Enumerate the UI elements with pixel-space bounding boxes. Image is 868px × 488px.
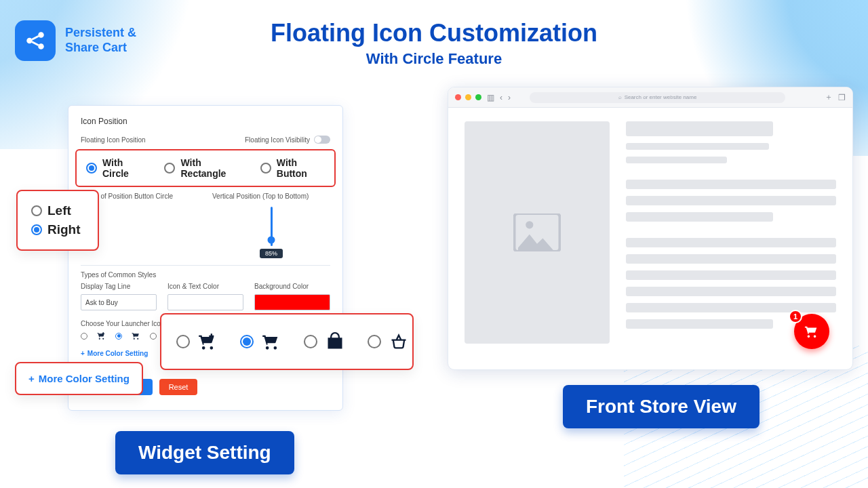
- launcher-radio-2[interactable]: [115, 333, 122, 340]
- share-icon: [24, 29, 47, 52]
- radio-right[interactable]: Right: [31, 222, 84, 237]
- icon-text-color-label: Icon & Text Color: [167, 283, 243, 290]
- cart-icon: [262, 332, 281, 351]
- radio-left[interactable]: Left: [31, 203, 84, 218]
- product-image-placeholder: [465, 121, 610, 344]
- sidebar-toggle-icon[interactable]: ▥: [487, 93, 494, 102]
- close-icon[interactable]: [455, 94, 461, 100]
- vertical-label: Vertical Position (Top to Bottom): [212, 192, 330, 200]
- vertical-slider[interactable]: 85%: [212, 204, 330, 258]
- nav-forward-icon[interactable]: ›: [508, 93, 511, 102]
- launcher-callout: [160, 313, 414, 370]
- radio-with-button[interactable]: With Button: [260, 157, 325, 179]
- shape-radio-group: With Circle With Rectangle With Button: [75, 149, 336, 187]
- tabs-icon[interactable]: ❐: [838, 93, 846, 102]
- radio-with-rectangle[interactable]: With Rectangle: [164, 157, 242, 179]
- address-bar[interactable]: ⌕ Search or enter website name: [530, 92, 785, 103]
- more-color-link[interactable]: + More Color Setting: [81, 350, 148, 357]
- brand-text: Persistent & Share Cart: [65, 26, 136, 55]
- position-callout: Left Right: [16, 190, 99, 251]
- svg-point-4: [526, 221, 533, 228]
- floating-cart-button[interactable]: 1: [794, 314, 829, 349]
- visibility-toggle[interactable]: [314, 136, 330, 144]
- bg-color-label: Background Color: [254, 283, 330, 290]
- brand: Persistent & Share Cart: [15, 20, 136, 61]
- svg-point-0: [26, 38, 33, 44]
- reset-button[interactable]: Reset: [159, 379, 198, 395]
- page-title: Floating Icon Customization With Circle …: [271, 19, 597, 68]
- content-placeholder: [626, 121, 836, 344]
- common-styles-label: Types of Common Styles: [81, 271, 330, 279]
- svg-point-2: [38, 43, 44, 49]
- minimize-icon[interactable]: [465, 94, 471, 100]
- cart-icon: [132, 331, 140, 340]
- new-tab-icon[interactable]: ＋: [825, 92, 833, 103]
- nav-back-icon[interactable]: ‹: [500, 93, 502, 102]
- cart-badge: 1: [789, 310, 802, 323]
- bg-color-input[interactable]: [254, 294, 330, 310]
- cart-plus-icon: [97, 331, 106, 340]
- icon-text-color-input[interactable]: [167, 294, 243, 310]
- vertical-value: 85%: [260, 249, 283, 258]
- radio-icon-cartplus[interactable]: [176, 332, 217, 351]
- front-store-view-label: Front Store View: [563, 385, 760, 428]
- radio-icon-cart[interactable]: [240, 332, 281, 351]
- basket-icon: [389, 332, 408, 351]
- brand-logo: [15, 20, 56, 61]
- radio-icon-bag[interactable]: [304, 332, 344, 351]
- maximize-icon[interactable]: [475, 94, 481, 100]
- search-icon: ⌕: [618, 94, 622, 100]
- window-controls: [455, 94, 481, 100]
- radio-with-circle[interactable]: With Circle: [86, 157, 146, 179]
- radio-icon-basket[interactable]: [368, 332, 408, 351]
- svg-point-1: [38, 32, 44, 38]
- more-color-callout[interactable]: + More Color Setting: [15, 362, 143, 395]
- image-icon: [513, 214, 561, 251]
- browser-toolbar: ▥ ‹ › ⌕ Search or enter website name ＋ ❐: [448, 87, 852, 108]
- floating-position-label: Floating Icon Position: [81, 136, 146, 144]
- cart-plus-icon: [198, 332, 217, 351]
- tagline-label: Display Tag Line: [81, 283, 157, 290]
- plus-icon: +: [28, 373, 35, 384]
- tagline-input[interactable]: [81, 294, 157, 310]
- visibility-label: Floating Icon Visibility: [245, 136, 310, 144]
- cart-icon: [804, 324, 819, 339]
- launcher-radio-1[interactable]: [81, 333, 87, 340]
- bag-icon: [326, 332, 344, 351]
- plus-icon: +: [81, 350, 85, 357]
- section-heading: Icon Position: [81, 117, 330, 126]
- widget-setting-label: Widget Setting: [115, 431, 294, 474]
- launcher-radio-3[interactable]: [150, 333, 157, 340]
- front-store-preview: ▥ ‹ › ⌕ Search or enter website name ＋ ❐: [448, 87, 853, 370]
